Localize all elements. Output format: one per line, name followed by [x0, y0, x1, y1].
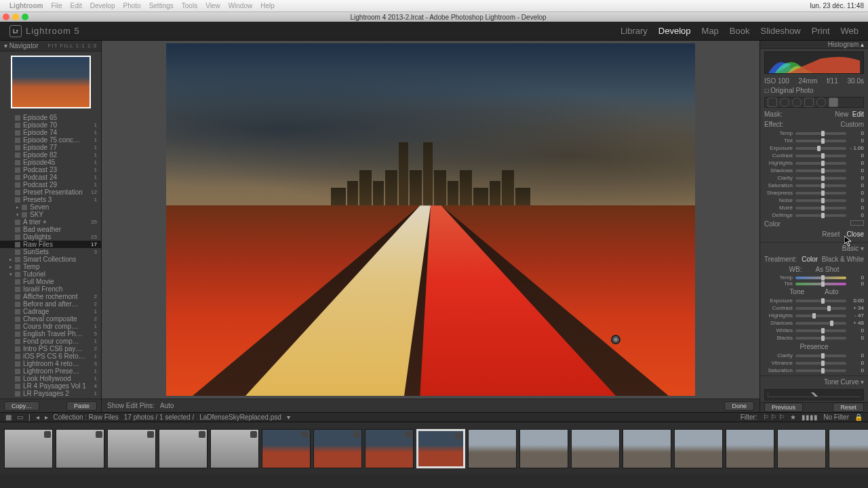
tree-item[interactable]: Episode 821 — [0, 151, 101, 159]
menu-window[interactable]: Window — [229, 2, 253, 9]
tree-item[interactable]: Presets 31 — [0, 196, 101, 203]
filmstrip-thumb[interactable] — [674, 429, 723, 468]
tree-item[interactable]: LR Paysages 21 — [0, 390, 101, 397]
tree-item[interactable]: Episode451 — [0, 159, 101, 166]
status-collection[interactable]: Collection : Raw Files — [54, 413, 119, 421]
slider[interactable] — [795, 207, 846, 209]
temp-slider[interactable] — [795, 277, 846, 279]
grid-icon[interactable]: ▦ — [5, 413, 12, 421]
module-book[interactable]: Book — [730, 26, 750, 36]
filmstrip-thumb[interactable] — [107, 429, 156, 468]
nav-back-icon[interactable]: ◂ — [36, 413, 39, 421]
tree-item[interactable]: ▸Seven — [0, 203, 101, 211]
radial-tool-icon[interactable] — [816, 98, 826, 107]
tree-item[interactable]: Episode 75 conc…1 — [0, 136, 101, 144]
slider[interactable] — [795, 169, 846, 172]
menu-develop[interactable]: Develop — [90, 2, 115, 9]
navigator-header[interactable]: ▾ Navigator FIT FILL 1:1 1:3 — [0, 41, 101, 52]
close-icon[interactable] — [3, 14, 9, 20]
module-library[interactable]: Library — [620, 26, 648, 36]
tree-item[interactable]: Full Movie — [0, 278, 101, 285]
original-photo-check[interactable]: ☐ Original Photo — [760, 85, 868, 96]
slider[interactable] — [795, 322, 846, 325]
slider[interactable] — [795, 354, 846, 357]
tree-item[interactable]: Raw Files17 — [0, 241, 101, 248]
app-name[interactable]: Lightroom — [9, 2, 43, 9]
filmstrip-thumb[interactable] — [313, 429, 362, 468]
filmstrip-thumb[interactable] — [262, 429, 311, 468]
filter-colors-icon[interactable]: ▮▮▮▮ — [802, 413, 818, 421]
tree-item[interactable]: Episode 65 — [0, 114, 101, 121]
slider[interactable] — [795, 329, 846, 332]
tree-item[interactable]: Podcast 241 — [0, 174, 101, 181]
tree-item[interactable]: ▾Tutoriel — [0, 270, 101, 278]
tree-item[interactable]: Israël French — [0, 285, 101, 293]
module-map[interactable]: Map — [702, 26, 719, 36]
slider[interactable] — [795, 192, 846, 195]
filmstrip-thumb[interactable] — [365, 429, 414, 468]
brush-reset-button[interactable]: Reset — [822, 230, 840, 238]
module-web[interactable]: Web — [841, 26, 859, 36]
tree-item[interactable]: Episode 741 — [0, 129, 101, 136]
tree-item[interactable]: Daylights23 — [0, 233, 101, 241]
paste-button[interactable]: Paste — [66, 401, 97, 411]
filmstrip-thumb[interactable] — [623, 429, 671, 468]
filmstrip-thumb[interactable] — [777, 429, 826, 468]
tree-item[interactable]: ▾SKY — [0, 211, 101, 218]
effect-value[interactable]: Custom — [841, 121, 864, 128]
tree-item[interactable]: Episode 771 — [0, 144, 101, 151]
brush-close-button[interactable]: Close — [846, 230, 864, 238]
treatment-bw[interactable]: Black & White — [822, 256, 864, 263]
tree-item[interactable]: Lightroom Prese…1 — [0, 367, 101, 375]
slider[interactable] — [795, 362, 846, 365]
color-swatch-icon[interactable] — [850, 220, 864, 226]
previous-button[interactable]: Previous — [764, 403, 803, 412]
filter-stars-icon[interactable]: ★ — [790, 413, 796, 421]
tint-slider[interactable] — [795, 283, 846, 285]
slider[interactable] — [795, 214, 846, 217]
tree-item[interactable]: Cadrage1 — [0, 308, 101, 315]
navigator-zoom[interactable]: FIT FILL 1:1 1:3 — [48, 43, 97, 49]
module-develop[interactable]: Develop — [658, 26, 691, 36]
slider[interactable] — [795, 314, 846, 317]
minimize-icon[interactable] — [12, 14, 19, 20]
filmstrip-thumb[interactable] — [571, 429, 620, 468]
slider[interactable] — [795, 147, 846, 150]
zoom-icon[interactable] — [22, 14, 28, 20]
main-photo[interactable] — [166, 43, 695, 396]
menubar-clock[interactable]: lun. 23 déc. 11:48 — [810, 2, 864, 9]
adjustment-pin-icon[interactable] — [611, 335, 620, 344]
menu-tools[interactable]: Tools — [182, 2, 197, 9]
loupe-view[interactable] — [102, 41, 760, 399]
tree-item[interactable]: Cheval composite2 — [0, 315, 101, 323]
brush-tool-icon[interactable] — [829, 98, 838, 107]
tree-item[interactable]: Bad weather — [0, 226, 101, 233]
tree-item[interactable]: Preset Presentation12 — [0, 188, 101, 196]
nav-fwd-icon[interactable]: ▸ — [45, 413, 48, 421]
tree-item[interactable]: Lightroom 4 reto…3 — [0, 360, 101, 367]
tree-item[interactable]: Intro PS CS6 pay…2 — [0, 345, 101, 352]
filter-lock-icon[interactable]: 🔒 — [854, 413, 863, 421]
histogram-header[interactable]: Histogram ▴ — [760, 41, 868, 49]
tree-item[interactable]: Podcast 231 — [0, 166, 101, 174]
slider[interactable] — [795, 177, 846, 180]
tree-item[interactable]: ▸Temp — [0, 263, 101, 270]
filmstrip-thumb[interactable] — [159, 429, 208, 468]
filmstrip-thumb[interactable] — [4, 429, 53, 468]
mask-edit[interactable]: Edit — [852, 110, 864, 118]
tree-item[interactable]: Podcast 291 — [0, 181, 101, 188]
slider[interactable] — [795, 162, 846, 165]
done-button[interactable]: Done — [724, 401, 754, 411]
module-slideshow[interactable]: Slideshow — [761, 26, 801, 36]
filmstrip-thumb[interactable] — [519, 429, 568, 468]
histogram-chart[interactable] — [764, 52, 864, 74]
tree-item[interactable]: Before and after…2 — [0, 300, 101, 308]
filter-preset[interactable]: No Filter — [823, 413, 849, 421]
spot-tool-icon[interactable] — [780, 98, 789, 107]
filmstrip-thumb[interactable] — [56, 429, 104, 468]
tree-item[interactable]: LR 4 Paysages Vol 14 — [0, 382, 101, 390]
tree-item[interactable]: Fond pour comp…1 — [0, 338, 101, 345]
tone-auto[interactable]: Auto — [825, 288, 839, 296]
reset-button[interactable]: Reset — [833, 403, 864, 412]
menu-settings[interactable]: Settings — [149, 2, 174, 9]
